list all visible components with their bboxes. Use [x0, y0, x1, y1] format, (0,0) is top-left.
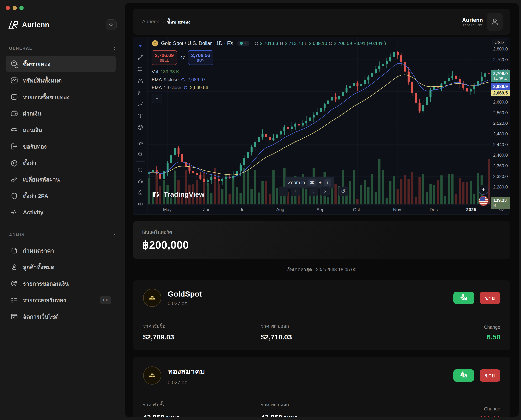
time-axis[interactable]: MayJunJulAugSepOctNovDec2025: [147, 204, 491, 214]
sidebar-item-withdraw[interactable]: ถอนเงิน: [6, 122, 116, 138]
ask-label: ราคาขายออก: [261, 401, 379, 409]
sidebar-item-receive-gold[interactable]: ขอรับทอง: [6, 138, 116, 155]
sidebar-item-deposit[interactable]: ฝากเงิน: [6, 105, 116, 122]
profile-widget[interactable]: Aurienn PROFILE USER: [462, 13, 503, 31]
sidebar-item-trade-history[interactable]: รายการซื้อขายทอง: [6, 89, 116, 105]
minimize-window-icon[interactable]: [13, 6, 17, 10]
price-axis-label: 2,760.0: [493, 57, 508, 62]
sidebar-item-gold-requests[interactable]: รายการขอรับทอง 10+: [6, 292, 116, 308]
us-flag-icon[interactable]: [478, 196, 489, 206]
search-button[interactable]: [106, 19, 117, 30]
sidebar-item-website-manage[interactable]: จัดการเว็บไซต์: [6, 308, 116, 325]
cash-balance-value: ฿200,000: [142, 239, 501, 251]
time-axis-label: Jun: [203, 207, 211, 212]
sidebar-item-2fa[interactable]: ตั้งค่า 2FA: [6, 188, 116, 204]
sidebar-item-settings[interactable]: ตั้งค่า: [6, 155, 116, 171]
sell-button[interactable]: ขาย: [480, 369, 500, 382]
brush-tool-icon[interactable]: [135, 98, 146, 110]
sidebar-item-trade-gold[interactable]: ซื้อขายทอง: [6, 56, 116, 72]
tradingview-mark-icon: [152, 191, 161, 198]
time-axis-label: Dec: [430, 207, 438, 212]
ema19-loading-icon: [183, 85, 188, 90]
price-axis-label: 2,320.0: [493, 174, 508, 179]
cash-balance-label: เงินสดในพอร์ต: [142, 228, 501, 236]
sidebar-item-set-price[interactable]: กำหนดราคา: [6, 242, 116, 259]
buy-quote-button[interactable]: 2,706.56BUY: [188, 50, 213, 65]
scroll-left-button[interactable]: ‹: [309, 187, 318, 196]
magnet-tool-icon[interactable]: [135, 163, 146, 175]
price-axis-label: 2,520.0: [493, 121, 508, 126]
crosshair-tool-icon[interactable]: [135, 40, 146, 52]
bar-countdown: 14:35:4: [493, 76, 510, 81]
symbol-title[interactable]: Gold Spot / U.S. Dollar · 1D · FX: [161, 40, 234, 46]
maximize-window-icon[interactable]: [19, 6, 24, 10]
sell-button[interactable]: ขาย: [480, 292, 500, 304]
wallet-icon: [10, 109, 18, 118]
measure-tool-icon[interactable]: [135, 136, 146, 148]
gold-requests-count-badge: 10+: [100, 296, 111, 304]
zoom-in-button[interactable]: +: [291, 187, 300, 196]
sidebar-item-assets[interactable]: ทรัพย์สินทั้งหมด: [6, 72, 116, 89]
buy-button[interactable]: ซื้อ: [453, 369, 474, 382]
trend-line-tool-icon[interactable]: [135, 52, 146, 63]
sidebar-item-activity[interactable]: Activity: [6, 204, 116, 221]
symbol-flags-pill[interactable]: ≈: [237, 41, 249, 46]
price-axis-label: 2,600.0: [493, 100, 508, 105]
scroll-right-button[interactable]: ›: [320, 187, 330, 196]
zoom-in-tool-icon[interactable]: [135, 148, 146, 160]
time-axis-label: 2025: [466, 207, 476, 212]
change-label: Change: [382, 324, 500, 330]
price-axis-label: 2,560.0: [493, 110, 508, 115]
breadcrumb-separator: ›: [162, 19, 164, 24]
list-document-icon: [10, 93, 18, 101]
xabcd-pattern-tool-icon[interactable]: [135, 75, 146, 87]
text-tool-icon[interactable]: [135, 110, 146, 121]
sidebar-item-change-password[interactable]: เปลี่ยนรหัสผ่าน: [6, 171, 116, 188]
chart-tool-rail: [133, 37, 147, 214]
breadcrumb: Aurienn › ซื้อขายทอง: [142, 18, 191, 26]
product-unit: 0.027 oz: [168, 380, 205, 386]
position-tool-icon[interactable]: [135, 87, 146, 98]
gold-coin-icon: [152, 40, 158, 47]
product-card-thai-gold: ทองสมาคม 0.027 oz ซื้อ ขาย ราคารับซื้อ 4…: [133, 357, 510, 417]
profile-role: PROFILE USER: [462, 24, 483, 27]
sell-quote-button[interactable]: 2,706.09SELL: [152, 50, 177, 65]
dollar-refresh-icon: [10, 279, 18, 288]
aurienn-logo-icon: [8, 20, 18, 29]
instant-data-bolt-icon[interactable]: [478, 185, 489, 195]
collapse-legend-button[interactable]: [152, 94, 162, 103]
admin-menu-kebab-icon[interactable]: :: [114, 232, 115, 238]
chart-zoom-controls: − + ‹ › ↺: [279, 187, 348, 196]
hide-drawings-eye-icon[interactable]: [135, 198, 146, 210]
last-updated-text: อัพเดตล่าสุด : 20/1/2568 18:05:00: [133, 266, 510, 273]
avatar[interactable]: [487, 13, 503, 31]
horizontal-lines-tool-icon[interactable]: [135, 63, 146, 75]
ema19-legend[interactable]: EMA19 close 2,669.56: [152, 85, 386, 90]
sidebar-item-withdraw-requests[interactable]: รายการขอถอนเงิน: [6, 275, 116, 292]
buy-button[interactable]: ซื้อ: [453, 292, 474, 304]
currency-axis-button[interactable]: USD: [492, 39, 506, 46]
close-window-icon[interactable]: [6, 6, 10, 10]
emoji-tool-icon[interactable]: [135, 121, 146, 133]
sidebar-item-customers[interactable]: ลูกค้าทั้งหมด: [6, 259, 116, 275]
tradingview-logo[interactable]: TradingView: [152, 190, 205, 198]
general-menu-kebab-icon[interactable]: :: [114, 46, 115, 51]
price-axis[interactable]: USD 2,706.0 14:35:4 2,686.9 2,669.5 139.…: [491, 37, 510, 214]
ema19-price-tag: 2,669.5: [491, 90, 510, 97]
zoom-out-button[interactable]: −: [279, 187, 288, 196]
time-axis-label: Aug: [276, 207, 284, 212]
approx-data-icon: ≈: [244, 42, 247, 45]
price-axis-label: 2,440.0: [493, 142, 508, 147]
volume-tag: 139.33 K: [491, 197, 510, 209]
reset-chart-button[interactable]: ↺: [338, 187, 348, 196]
time-axis-label: Jul: [240, 207, 246, 212]
ema9-legend[interactable]: EMA9 close 2,686.97: [152, 77, 386, 82]
price-document-icon: [10, 246, 18, 255]
app-window: Aurienn GENERAL : ซื้อขายทอง: [0, 0, 521, 420]
last-price-tag: 2,706.0 14:35:4: [491, 70, 510, 82]
change-value: -100.00: [382, 415, 500, 417]
drawing-lock-tool-icon[interactable]: [135, 175, 146, 187]
export-arrow-icon: [10, 142, 18, 151]
breadcrumb-root[interactable]: Aurienn: [142, 19, 159, 25]
lock-all-tool-icon[interactable]: [135, 187, 146, 198]
